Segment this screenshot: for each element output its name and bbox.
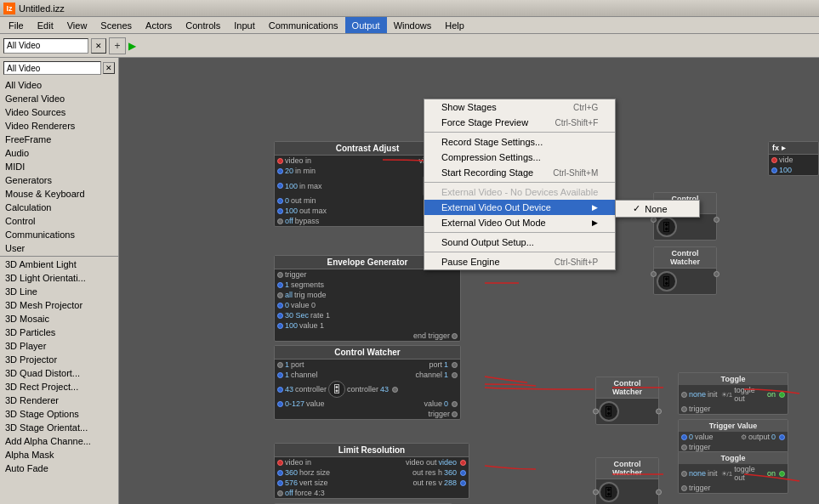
toggle-node1[interactable]: Toggle none init ☀/1 toggle out on trigg… xyxy=(678,372,788,415)
submenu-item-none[interactable]: ✓ None xyxy=(616,201,699,217)
sidebar-item-3d-stage-options[interactable]: 3D Stage Options xyxy=(0,407,118,421)
sidebar-item-midi[interactable]: MIDI xyxy=(0,160,118,173)
port-trigger-out[interactable] xyxy=(452,411,458,417)
port-trig-mode[interactable] xyxy=(277,292,283,298)
sidebar-item-video-sources[interactable]: Video Sources xyxy=(0,105,118,119)
cw-b1-port-right[interactable] xyxy=(656,409,662,415)
sidebar-item-3d-renderer[interactable]: 3D Renderer xyxy=(0,394,118,407)
port-lr-video-in[interactable] xyxy=(277,460,283,466)
menu-file[interactable]: File xyxy=(2,17,31,33)
sidebar-item-control[interactable]: Control xyxy=(0,214,118,228)
menu-scenes[interactable]: Scenes xyxy=(94,17,139,33)
cw-port-right2[interactable] xyxy=(714,271,719,277)
output-dropdown-menu[interactable]: Show Stages Ctrl+G Force Stage Preview C… xyxy=(424,99,616,270)
add-actor-button[interactable]: + xyxy=(109,37,126,54)
menu-sound-output[interactable]: Sound Output Setup... xyxy=(424,235,615,250)
menu-pause-engine[interactable]: Pause Engine Ctrl-Shift+P xyxy=(424,254,615,269)
clear-search-button[interactable]: ✕ xyxy=(91,38,106,54)
sidebar-item-3d-quad[interactable]: 3D Quad Distort... xyxy=(0,366,118,380)
sidebar-item-alpha-mask[interactable]: Alpha Mask xyxy=(0,448,118,462)
t2-port-init[interactable] xyxy=(681,471,687,477)
control-watcher-mid-node[interactable]: Control Watcher 1 port port 1 1 channel … xyxy=(274,345,461,420)
port-value-out[interactable] xyxy=(452,401,458,407)
cw-b2-port-right[interactable] xyxy=(656,490,662,496)
sidebar-item-3d-rect[interactable]: 3D Rect Project... xyxy=(0,380,118,394)
port-controller-out[interactable] xyxy=(392,387,398,393)
fx-node[interactable]: fx ▸ vide 100 xyxy=(768,141,819,176)
cw-b1-port-left[interactable] xyxy=(593,409,599,415)
port-port-out[interactable] xyxy=(452,362,458,368)
sidebar-item-3d-stage-orient[interactable]: 3D Stage Orientat... xyxy=(0,421,118,434)
menu-show-stages[interactable]: Show Stages Ctrl+G xyxy=(424,99,615,115)
sidebar-item-all-video[interactable]: All Video xyxy=(0,78,118,92)
submenu-video-device[interactable]: ✓ None xyxy=(615,200,700,218)
port-end-trigger[interactable] xyxy=(452,333,458,339)
cw-b2-port-left[interactable] xyxy=(593,490,599,496)
port-out-min[interactable] xyxy=(277,198,283,204)
sidebar-item-calculation[interactable]: Calculation xyxy=(0,201,118,214)
sidebar-item-user[interactable]: User xyxy=(0,241,118,255)
menu-help[interactable]: Help xyxy=(438,17,471,33)
port-lr-horz[interactable] xyxy=(277,470,283,476)
cw-bottom1[interactable]: Control Watcher 🎛 xyxy=(595,377,659,425)
tv-port-trigger[interactable] xyxy=(681,445,687,450)
sidebar-item-3d-mosaic[interactable]: 3D Mosaic xyxy=(0,312,118,326)
t2-port-trigger[interactable] xyxy=(681,485,687,491)
port-in-max[interactable] xyxy=(277,183,283,189)
menu-external-video-mode[interactable]: External Video Out Mode ▶ xyxy=(424,215,615,230)
sidebar-item-audio[interactable]: Audio xyxy=(0,146,118,160)
sidebar-item-3d-projector[interactable]: 3D Projector xyxy=(0,353,118,366)
sidebar-item-mouse-keyboard[interactable]: Mouse & Keyboard xyxy=(0,187,118,201)
port-lr-force[interactable] xyxy=(277,490,283,496)
limit-resolution-node[interactable]: Limit Resolution video in video out vide… xyxy=(274,443,469,499)
port-bypass[interactable] xyxy=(277,218,283,224)
port-video-in[interactable] xyxy=(277,158,283,164)
menu-actors[interactable]: Actors xyxy=(139,17,179,33)
port-lr-video-out[interactable] xyxy=(460,460,466,466)
sidebar-item-3d-player[interactable]: 3D Player xyxy=(0,339,118,353)
sidebar-item-generators[interactable]: Generators xyxy=(0,173,118,187)
sidebar-search-input[interactable] xyxy=(3,61,101,75)
menu-windows[interactable]: Windows xyxy=(387,17,439,33)
port-lr-outh[interactable] xyxy=(460,470,466,476)
menu-start-recording[interactable]: Start Recording Stage Ctrl-Shift+M xyxy=(424,165,615,180)
menu-communications[interactable]: Communications xyxy=(262,17,345,33)
menu-compression-settings[interactable]: Compression Settings... xyxy=(424,150,615,165)
sidebar-item-3d-particles[interactable]: 3D Particles xyxy=(0,326,118,339)
port-controller[interactable] xyxy=(277,387,283,393)
search-input[interactable] xyxy=(3,38,88,54)
sidebar-item-3d-mesh[interactable]: 3D Mesh Projector xyxy=(0,298,118,312)
t1-port-out[interactable] xyxy=(779,392,785,398)
t2-port-out[interactable] xyxy=(779,471,785,477)
menu-force-preview[interactable]: Force Stage Preview Ctrl-Shift+F xyxy=(424,115,615,130)
menu-edit[interactable]: Edit xyxy=(31,17,60,33)
control-watcher-top2[interactable]: Control Watcher 🎛 xyxy=(653,246,717,295)
sidebar-item-video-renderers[interactable]: Video Renderers xyxy=(0,119,118,133)
sidebar-item-auto-fade[interactable]: Auto Fade xyxy=(0,462,118,475)
canvas-area[interactable]: Contrast Adjust video in video out 20 in… xyxy=(119,58,819,504)
port-value0[interactable] xyxy=(277,303,283,309)
sidebar-item-3d-line[interactable]: 3D Line xyxy=(0,285,118,298)
sidebar-item-add-alpha[interactable]: Add Alpha Channe... xyxy=(0,434,118,448)
tv-port-value[interactable] xyxy=(681,434,687,440)
port-value[interactable] xyxy=(277,401,283,407)
t1-port-trigger[interactable] xyxy=(681,406,687,412)
t1-port-init[interactable] xyxy=(681,392,687,398)
port-fx-val[interactable] xyxy=(771,167,777,173)
sidebar-item-general-video[interactable]: General Video xyxy=(0,92,118,105)
port-rate1[interactable] xyxy=(277,313,283,319)
port-segments[interactable] xyxy=(277,282,283,288)
trigger-value-node[interactable]: Trigger Value 0 value ⚙ output 0 trigger xyxy=(678,419,788,453)
sidebar-item-communications[interactable]: Communications xyxy=(0,228,118,241)
port-lr-outv[interactable] xyxy=(460,480,466,486)
play-button[interactable]: ▶ xyxy=(128,40,136,52)
sidebar-item-freeframe[interactable]: FreeFrame xyxy=(0,133,118,146)
port-trigger[interactable] xyxy=(277,272,283,278)
cw-port-right[interactable] xyxy=(714,217,719,223)
sidebar-item-3d-ambient[interactable]: 3D Ambient Light xyxy=(0,258,118,271)
menu-output[interactable]: Output xyxy=(345,17,387,33)
menu-input[interactable]: Input xyxy=(227,17,261,33)
port-fx-video[interactable] xyxy=(771,157,777,163)
port-channel-out[interactable] xyxy=(452,372,458,378)
cw-bottom2[interactable]: Control Watcher 🎛 xyxy=(595,457,659,504)
